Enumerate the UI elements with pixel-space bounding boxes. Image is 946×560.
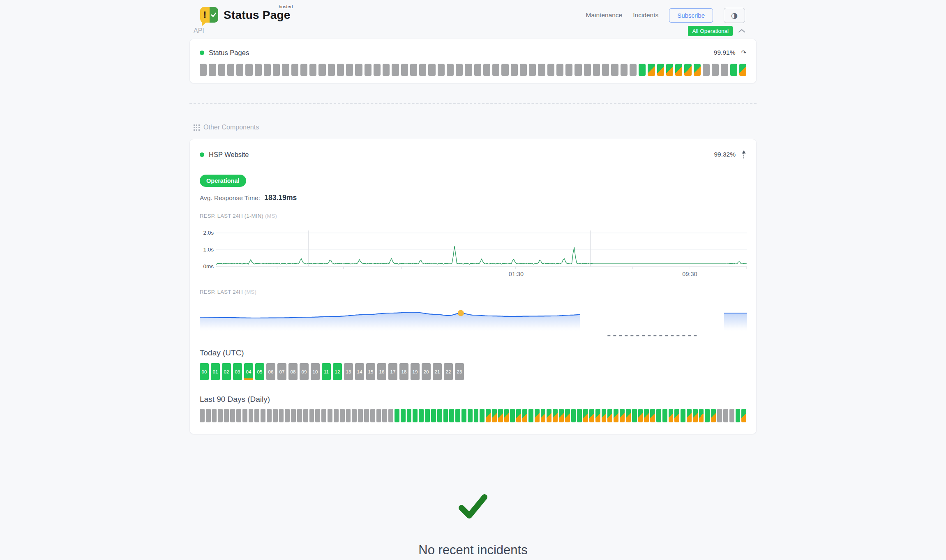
uptime-block[interactable] (556, 64, 563, 76)
uptime-block[interactable] (309, 64, 316, 76)
day-block[interactable] (516, 409, 521, 422)
uptime-block[interactable] (621, 64, 628, 76)
uptime-block[interactable] (730, 64, 737, 76)
day-block[interactable] (650, 409, 655, 422)
day-block[interactable] (632, 409, 637, 422)
day-block[interactable] (321, 409, 326, 422)
day-block[interactable] (717, 409, 722, 422)
day-block[interactable] (522, 409, 527, 422)
day-block[interactable] (535, 409, 540, 422)
uptime-block[interactable] (346, 64, 353, 76)
day-block[interactable] (303, 409, 308, 422)
day-block[interactable] (480, 409, 485, 422)
day-block[interactable] (242, 409, 247, 422)
day-block[interactable] (419, 409, 424, 422)
day-block[interactable] (297, 409, 302, 422)
uptime-block[interactable] (383, 64, 390, 76)
refresh-icon[interactable]: ↷ (741, 49, 746, 56)
day-block[interactable] (602, 409, 607, 422)
day-block[interactable] (711, 409, 716, 422)
uptime-block[interactable] (575, 64, 581, 76)
day-block[interactable] (315, 409, 320, 422)
day-block[interactable] (510, 409, 515, 422)
uptime-block[interactable] (666, 64, 673, 76)
hour-block[interactable]: 02 (222, 363, 231, 380)
uptime-block[interactable] (318, 64, 325, 76)
day-block[interactable] (407, 409, 412, 422)
uptime-block[interactable] (282, 64, 289, 76)
day-block[interactable] (474, 409, 479, 422)
hour-block[interactable]: 15 (366, 363, 375, 380)
day-block[interactable] (547, 409, 551, 422)
day-block[interactable] (607, 409, 612, 422)
day-block[interactable] (200, 409, 205, 422)
hour-block[interactable]: 09 (300, 363, 309, 380)
day-block[interactable] (577, 409, 582, 422)
day-block[interactable] (425, 409, 430, 422)
day-block[interactable] (267, 409, 272, 422)
day-block[interactable] (614, 409, 618, 422)
day-block[interactable] (261, 409, 265, 422)
day-block[interactable] (504, 409, 509, 422)
uptime-block[interactable] (401, 64, 408, 76)
day-block[interactable] (528, 409, 533, 422)
uptime-block[interactable] (538, 64, 545, 76)
collapse-chevron-icon[interactable] (737, 28, 747, 34)
day-block[interactable] (449, 409, 454, 422)
day-block[interactable] (559, 409, 564, 422)
day-block[interactable] (461, 409, 466, 422)
uptime-block[interactable] (694, 64, 701, 76)
theme-toggle-button[interactable]: ◑ (724, 8, 745, 23)
uptime-block[interactable] (456, 64, 463, 76)
day-block[interactable] (723, 409, 728, 422)
hour-block[interactable]: 18 (399, 363, 408, 380)
hour-block[interactable]: 03 (233, 363, 242, 380)
day-block[interactable] (309, 409, 314, 422)
hour-block[interactable]: 07 (277, 363, 286, 380)
day-block[interactable] (212, 409, 217, 422)
day-block[interactable] (236, 409, 241, 422)
uptime-block[interactable] (584, 64, 591, 76)
uptime-block[interactable] (611, 64, 618, 76)
uptime-block[interactable] (365, 64, 371, 76)
uptime-block[interactable] (218, 64, 225, 76)
hour-block[interactable]: 21 (433, 363, 442, 380)
day-block[interactable] (249, 409, 254, 422)
day-block[interactable] (340, 409, 345, 422)
uptime-block[interactable] (328, 64, 335, 76)
uptime-block[interactable] (355, 64, 362, 76)
uptime-block[interactable] (410, 64, 417, 76)
uptime-block[interactable] (739, 64, 746, 76)
day-block[interactable] (620, 409, 625, 422)
day-block[interactable] (571, 409, 576, 422)
day-block[interactable] (358, 409, 363, 422)
day-block[interactable] (291, 409, 296, 422)
hour-block[interactable]: 06 (266, 363, 275, 380)
day-block[interactable] (388, 409, 393, 422)
nav-incidents[interactable]: Incidents (633, 12, 658, 19)
uptime-block[interactable] (602, 64, 609, 76)
uptime-block[interactable] (337, 64, 344, 76)
day-block[interactable] (669, 409, 674, 422)
uptime-block[interactable] (209, 64, 216, 76)
day-block[interactable] (498, 409, 503, 422)
uptime-block[interactable] (501, 64, 508, 76)
uptime-block[interactable] (236, 64, 243, 76)
hour-block[interactable]: 22 (444, 363, 453, 380)
hour-block[interactable]: 00 (200, 363, 209, 380)
uptime-block[interactable] (300, 64, 307, 76)
uptime-block[interactable] (419, 64, 426, 76)
uptime-block[interactable] (712, 64, 719, 76)
day-block[interactable] (413, 409, 418, 422)
day-block[interactable] (395, 409, 399, 422)
day-block[interactable] (468, 409, 473, 422)
uptime-block[interactable] (291, 64, 298, 76)
day-block[interactable] (334, 409, 339, 422)
uptime-block[interactable] (428, 64, 435, 76)
day-block[interactable] (370, 409, 375, 422)
day-block[interactable] (364, 409, 369, 422)
day-block[interactable] (492, 409, 497, 422)
day-block[interactable] (565, 409, 570, 422)
hour-block[interactable]: 17 (388, 363, 397, 380)
uptime-block[interactable] (529, 64, 536, 76)
